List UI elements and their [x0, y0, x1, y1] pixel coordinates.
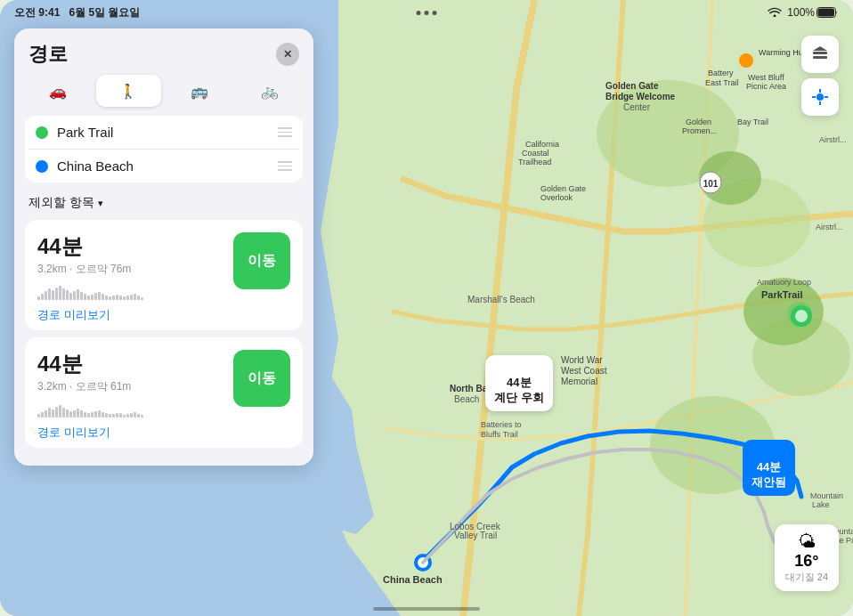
status-time: 오전 9:41 6월 5일 월요일 — [14, 5, 140, 20]
origin-name: Park Trail — [57, 125, 269, 140]
svg-text:Mountain: Mountain — [810, 491, 843, 500]
origin-dot — [36, 126, 48, 139]
svg-text:California: California — [525, 140, 559, 149]
home-indicator — [373, 607, 480, 611]
preview-link-1[interactable]: 경로 미리보기 — [37, 307, 110, 323]
svg-text:101: 101 — [703, 179, 719, 189]
svg-text:Bay Trail: Bay Trail — [737, 118, 768, 126]
svg-text:Bluffs Trail: Bluffs Trail — [481, 430, 518, 439]
location-button[interactable] — [801, 78, 839, 116]
svg-text:Warming Hut!: Warming Hut! — [759, 48, 808, 57]
svg-text:Memorial: Memorial — [561, 377, 597, 386]
svg-text:Center: Center — [623, 102, 651, 112]
transport-tabs: 🚗 🚶 🚌 🚲 — [14, 75, 313, 116]
svg-text:Trailhead: Trailhead — [518, 158, 551, 166]
svg-text:Golden: Golden — [686, 118, 711, 126]
go-button-1[interactable]: 이동 — [233, 232, 290, 289]
svg-text:Coastal: Coastal — [522, 149, 549, 158]
svg-rect-51 — [813, 56, 827, 59]
weather-temp: 16° — [785, 552, 828, 571]
tab-walking[interactable]: 🚶 — [96, 75, 162, 107]
status-bar: 오전 9:41 6월 5일 월요일 100% — [0, 0, 853, 25]
svg-text:Lake: Lake — [812, 500, 830, 509]
svg-text:Golden Gate: Golden Gate — [605, 81, 659, 91]
destination-name: China Beach — [57, 158, 269, 174]
panel-title: 경로 — [28, 41, 68, 68]
tab-cycling[interactable]: 🚲 — [238, 75, 304, 107]
svg-text:West Bluff: West Bluff — [748, 73, 784, 82]
svg-text:East Trail: East Trail — [705, 78, 739, 87]
exclude-section: 제외할 항목 ▾ — [14, 190, 313, 220]
status-icons: 100% — [768, 4, 839, 20]
route-elevation-2 — [37, 400, 143, 417]
go-button-2[interactable]: 이동 — [233, 350, 290, 407]
route-card-2[interactable]: 44분 3.2km · 오르막 61m — [25, 337, 303, 448]
svg-text:Batteries to: Batteries to — [481, 420, 522, 429]
svg-point-49 — [787, 302, 812, 327]
svg-text:Airstrl...: Airstrl... — [816, 223, 843, 231]
svg-text:Marshall's Beach: Marshall's Beach — [467, 295, 535, 304]
route-panel: 경로 ✕ 🚗 🚶 🚌 🚲 Park Trail China Beach 제외할 … — [14, 28, 313, 466]
origin-row: Park Trail — [28, 116, 299, 150]
route-chip-recommended[interactable]: 44분 재안됨 — [743, 440, 795, 496]
destination-row: China Beach — [28, 150, 299, 182]
svg-text:Golden Gate: Golden Gate — [540, 184, 586, 193]
tab-transit[interactable]: 🚌 — [167, 75, 232, 107]
svg-text:China Beach: China Beach — [383, 574, 443, 585]
wifi-icon — [768, 4, 782, 20]
svg-point-47 — [739, 53, 753, 68]
exclude-button[interactable]: 제외할 항목 ▾ — [28, 195, 103, 211]
route-card-1[interactable]: 44분 3.2km · 오르막 76m — [25, 220, 303, 330]
svg-point-53 — [816, 93, 824, 101]
chevron-down-icon: ▾ — [98, 198, 103, 209]
svg-text:Amatuory Loop: Amatuory Loop — [757, 278, 811, 287]
weather-sublabel: 대기질 24 — [785, 571, 828, 584]
svg-rect-59 — [818, 9, 835, 17]
weather-card: 🌤 16° 대기질 24 — [775, 524, 839, 591]
route-detail-2: 3.2km · 오르막 61m — [37, 379, 143, 394]
svg-marker-52 — [813, 46, 827, 51]
route-chip-stairs[interactable]: 44분 계단 우회 — [485, 355, 553, 411]
locations-list: Park Trail China Beach — [25, 116, 303, 182]
svg-text:Beach: Beach — [454, 394, 479, 404]
svg-text:World War: World War — [561, 355, 603, 365]
destination-dot — [36, 160, 48, 173]
map-button-group — [801, 36, 839, 116]
origin-handle — [278, 127, 292, 137]
tab-driving[interactable]: 🚗 — [25, 75, 91, 107]
panel-header: 경로 ✕ — [14, 28, 313, 75]
svg-text:West Coast: West Coast — [561, 366, 607, 376]
destination-handle — [278, 161, 292, 171]
battery-icon: 100% — [787, 6, 839, 19]
svg-rect-50 — [813, 52, 827, 54]
layers-button[interactable] — [801, 36, 839, 73]
svg-text:ParkTrail: ParkTrail — [761, 289, 802, 300]
route-time-1: 44분 — [37, 232, 143, 261]
svg-text:Airstrl...: Airstrl... — [819, 135, 847, 144]
svg-text:Valley Trail: Valley Trail — [454, 531, 497, 540]
route-info-2: 44분 3.2km · 오르막 61m — [37, 350, 143, 417]
svg-text:Bridge Welcome: Bridge Welcome — [605, 92, 676, 101]
route-elevation-1 — [37, 282, 143, 300]
svg-text:Battery: Battery — [708, 69, 734, 77]
route-detail-1: 3.2km · 오르막 76m — [37, 262, 143, 277]
svg-text:Overlook: Overlook — [540, 193, 573, 202]
close-button[interactable]: ✕ — [276, 43, 299, 66]
route-info-1: 44분 3.2km · 오르막 76m — [37, 232, 143, 300]
exclude-label: 제외할 항목 — [28, 195, 94, 211]
svg-text:Picnic Area: Picnic Area — [746, 82, 786, 91]
preview-link-2[interactable]: 경로 미리보기 — [37, 425, 110, 441]
svg-text:Promen...: Promen... — [682, 126, 717, 135]
route-time-2: 44분 — [37, 350, 143, 378]
